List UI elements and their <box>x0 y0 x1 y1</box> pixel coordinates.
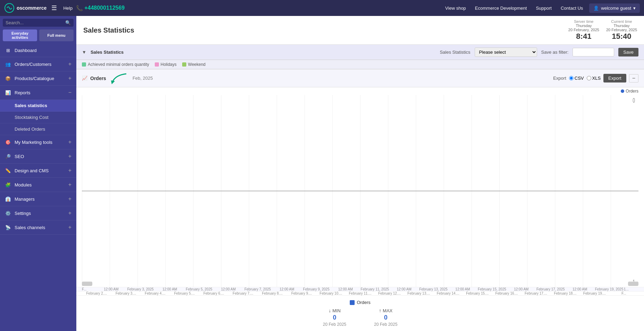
expand-icon: + <box>68 75 71 81</box>
sidebar-item-sales-statistics[interactable]: Sales statistics <box>0 100 76 112</box>
logo[interactable]: oscommerce <box>4 3 46 13</box>
save-filter-button[interactable]: Save <box>618 48 638 56</box>
expand-icon: + <box>68 139 71 145</box>
sidebar-item-label: Design and CMS <box>15 168 65 173</box>
search-input[interactable] <box>6 20 65 25</box>
stat-min-label: ↓ MIN <box>323 308 346 313</box>
x-label: February 19.... <box>580 291 609 295</box>
sidebar-item-modules[interactable]: 🧩 Modules + <box>0 178 76 192</box>
save-filter-input[interactable] <box>573 48 614 56</box>
main-content: Sales Statistics Server time Thursday 20… <box>76 16 644 331</box>
sidebar-item-orders-customers[interactable]: 👥 Orders/Customers + <box>0 57 76 71</box>
x-label: February 4.... <box>141 291 170 295</box>
stat-min-block: ↓ MIN 0 20 Feb 2025 <box>323 308 346 327</box>
server-date: Thursday 20 February, 2025 <box>568 24 599 32</box>
ecommerce-dev-link[interactable]: Ecommerce Development <box>472 6 530 11</box>
expand-icon: + <box>68 153 71 159</box>
bottom-orders-dot <box>350 300 355 305</box>
x-label: 12:00 AM <box>155 287 184 291</box>
legend-weekend-dot <box>182 62 186 67</box>
sidebar-item-products-catalogue[interactable]: 📦 Products/Catalogue + <box>0 71 76 86</box>
sidebar-item-sales-channels[interactable]: 📡 Sales channels + <box>0 220 76 235</box>
filter-icon: ▼ <box>82 50 86 55</box>
orders-dot <box>621 89 624 93</box>
sidebar-item-label: SEO <box>15 154 65 159</box>
filter-select[interactable]: Please select <box>475 47 537 57</box>
svg-text:0: 0 <box>633 97 635 104</box>
csv-radio-label[interactable]: CSV <box>569 76 584 81</box>
x-label: February 17.... <box>521 291 550 295</box>
chart-orders-legend: Orders <box>76 87 644 95</box>
csv-radio[interactable] <box>569 76 574 80</box>
settings-icon: ⚙️ <box>5 211 11 216</box>
sidebar-item-seo[interactable]: 🔎 SEO + <box>0 149 76 164</box>
hamburger-menu[interactable]: ☰ <box>51 4 57 12</box>
x-label: February 8.... <box>258 291 287 295</box>
content-header: Sales Statistics Server time Thursday 20… <box>76 16 644 45</box>
export-button[interactable]: Export <box>603 74 626 82</box>
support-link[interactable]: Support <box>533 6 554 11</box>
current-date: Thursday 20 February, 2025 <box>606 24 637 32</box>
x-label: 12:00 AM <box>507 287 536 291</box>
chart-container: 📈 Orders Feb, 2025 Export CSV <box>76 69 644 331</box>
x-axis-top-labels: F... 12:00 AM February 3, 2025 12:00 AM … <box>76 287 644 291</box>
legend-weekend-label: Weekend <box>188 62 205 67</box>
sidebar-item-settings[interactable]: ⚙️ Settings + <box>0 206 76 220</box>
x-label: 12:00 AM <box>96 287 126 291</box>
filter-select-label: Sales Statistics <box>440 50 470 55</box>
legend-holidays: Holidays <box>155 62 177 67</box>
x-label: February 18.... <box>551 291 580 295</box>
x-label: February 5.... <box>170 291 199 295</box>
legend-achieved-min-label: Achieved minimal orders quantity <box>88 62 149 67</box>
design-icon: ✏️ <box>5 168 11 173</box>
sidebar-item-my-marketing-tools[interactable]: 🎯 My Marketing tools + <box>0 135 76 149</box>
help-link[interactable]: Help <box>63 6 73 11</box>
sidebar-item-deleted-orders[interactable]: Deleted Orders <box>0 123 76 135</box>
user-menu-button[interactable]: 👤 welcome guest ▾ <box>589 3 640 13</box>
sidebar-item-design-cms[interactable]: ✏️ Design and CMS + <box>0 164 76 178</box>
sidebar-item-label: Managers <box>15 197 65 202</box>
top-navigation: oscommerce ☰ Help 📞 +448000112569 View s… <box>0 0 644 16</box>
managers-icon: 👔 <box>5 197 11 202</box>
contact-us-link[interactable]: Contact Us <box>558 6 586 11</box>
xls-radio-label[interactable]: XLS <box>587 76 601 81</box>
x-label: F... <box>609 291 638 295</box>
legend-holidays-dot <box>155 62 159 67</box>
collapse-icon: − <box>68 89 71 96</box>
sidebar-item-stocktaking-cost[interactable]: Stocktaking Cost <box>0 112 76 123</box>
quick-buttons: Everyday activities Full menu <box>0 29 76 44</box>
modules-icon: 🧩 <box>5 182 11 188</box>
x-label: February 16.... <box>492 291 521 295</box>
export-options: CSV XLS <box>569 76 601 81</box>
box-icon: 📦 <box>5 76 11 81</box>
sidebar-item-reports[interactable]: 📊 Reports − <box>0 86 76 100</box>
current-time-label: Current time <box>606 19 637 24</box>
expand-icon: + <box>68 61 71 67</box>
expand-icon: + <box>68 196 71 202</box>
everyday-activities-button[interactable]: Everyday activities <box>3 29 37 41</box>
view-shop-link[interactable]: View shop <box>442 6 469 11</box>
x-label: 12:00 AM <box>214 287 243 291</box>
arrow-up-icon: ↑ <box>379 308 381 313</box>
chart-legend-bar: Achieved minimal orders quantity Holiday… <box>76 60 644 69</box>
x-label: F... <box>82 287 96 291</box>
x-label: February 10.... <box>316 291 345 295</box>
stats-row: ↓ MIN 0 20 Feb 2025 ↑ MAX 0 20 Feb 2025 <box>323 308 398 327</box>
svg-rect-9 <box>628 282 638 286</box>
sidebar-item-label: My Marketing tools <box>15 140 65 145</box>
x-label: February 7, 2025 <box>243 287 272 291</box>
bottom-orders-legend: Orders <box>350 300 371 305</box>
arrow-annotation <box>109 72 130 84</box>
stat-max-value: 0 <box>374 314 397 321</box>
stat-max-label: ↑ MAX <box>374 308 397 313</box>
current-time-value: 15:40 <box>606 32 637 41</box>
minimize-chart-button[interactable]: − <box>629 74 638 82</box>
xls-radio[interactable] <box>587 76 591 80</box>
arrow-down-icon: ↓ <box>329 308 331 313</box>
sidebar-item-dashboard[interactable]: ⊞ Dashboard <box>0 44 76 57</box>
sidebar-item-managers[interactable]: 👔 Managers + <box>0 192 76 206</box>
x-label: February 11, 2025 <box>360 287 389 291</box>
full-menu-button[interactable]: Full menu <box>39 29 74 41</box>
x-label: 12:00 AM <box>331 287 360 291</box>
x-axis-bottom-labels: February 2.... February 3.... February 4… <box>76 291 644 295</box>
